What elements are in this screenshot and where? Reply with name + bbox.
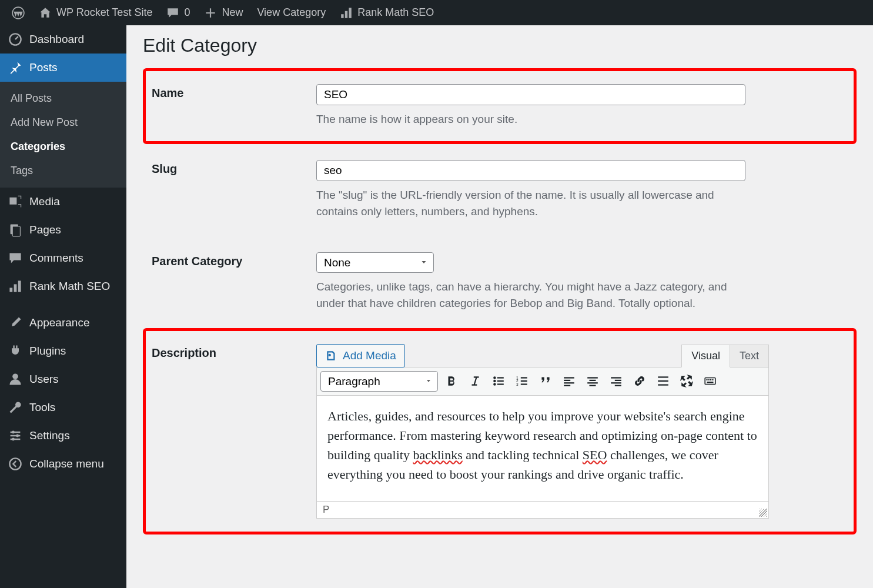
wp-logo[interactable]: [5, 0, 32, 25]
svg-point-14: [9, 458, 21, 469]
rank-math-link[interactable]: Rank Math SEO: [333, 0, 441, 25]
comments-link[interactable]: 0: [159, 0, 197, 25]
tab-visual[interactable]: Visual: [681, 345, 730, 368]
submenu-add-new[interactable]: Add New Post: [0, 111, 126, 135]
spellcheck-word: backlinks: [413, 447, 462, 462]
svg-rect-46: [710, 379, 711, 380]
parent-description: Categories, unlike tags, can have a hier…: [316, 279, 728, 312]
format-select[interactable]: Paragraph: [320, 371, 438, 392]
sidebar-item-tools[interactable]: Tools: [0, 393, 126, 422]
toolbar-toggle-button[interactable]: [700, 371, 720, 391]
parent-select[interactable]: None: [316, 252, 434, 273]
svg-rect-9: [18, 280, 21, 292]
svg-rect-31: [564, 385, 570, 386]
sidebar-item-comments[interactable]: Comments: [0, 244, 126, 272]
ordered-list-icon: 123: [516, 375, 529, 387]
submenu-all-posts[interactable]: All Posts: [0, 86, 126, 111]
link-button[interactable]: [630, 371, 650, 391]
svg-rect-39: [615, 385, 621, 386]
page-title: Edit Category: [143, 35, 857, 56]
comments-count: 0: [184, 6, 190, 19]
spellcheck-word: SEO: [583, 447, 607, 462]
svg-rect-30: [564, 382, 574, 383]
align-center-icon: [586, 375, 599, 387]
align-right-icon: [610, 375, 623, 387]
dashboard-icon: [8, 32, 22, 46]
description-row: Description Add Media Visual Text Paragr…: [143, 328, 857, 534]
bold-icon: [445, 375, 458, 387]
submenu-categories[interactable]: Categories: [0, 135, 126, 159]
svg-point-17: [493, 380, 496, 382]
sidebar-item-settings[interactable]: Settings: [0, 422, 126, 450]
new-label: New: [222, 6, 243, 19]
svg-rect-28: [564, 377, 574, 378]
align-right-button[interactable]: [606, 371, 626, 391]
wysiwyg-editor: Add Media Visual Text Paragraph 12: [316, 344, 769, 519]
bar-chart-icon: [8, 279, 22, 293]
bold-button[interactable]: [441, 371, 461, 391]
fullscreen-button[interactable]: [677, 371, 697, 391]
tab-text[interactable]: Text: [730, 345, 769, 368]
wordpress-icon: [12, 6, 25, 19]
align-left-button[interactable]: [559, 371, 579, 391]
comment-icon: [166, 6, 179, 19]
resize-handle[interactable]: [759, 509, 767, 517]
svg-rect-43: [705, 378, 715, 385]
editor-statusbar: P: [316, 502, 769, 519]
pin-icon: [8, 61, 22, 75]
add-media-button[interactable]: Add Media: [316, 344, 405, 368]
element-path[interactable]: P: [323, 504, 329, 515]
media-icon: [325, 349, 338, 362]
slug-input[interactable]: [316, 160, 745, 181]
svg-rect-6: [12, 226, 20, 236]
svg-rect-26: [521, 380, 527, 382]
ordered-list-button[interactable]: 123: [512, 371, 532, 391]
name-label: Name: [152, 84, 316, 128]
align-center-button[interactable]: [583, 371, 603, 391]
svg-rect-25: [521, 377, 527, 378]
brush-icon: [8, 316, 22, 330]
sidebar-item-users[interactable]: Users: [0, 365, 126, 393]
site-title: WP Rocket Test Site: [56, 6, 152, 19]
sidebar-item-media[interactable]: Media: [0, 188, 126, 216]
slug-label: Slug: [152, 160, 316, 220]
bar-chart-icon: [340, 6, 353, 19]
sidebar-item-plugins[interactable]: Plugins: [0, 337, 126, 365]
italic-button[interactable]: [465, 371, 485, 391]
sliders-icon: [8, 429, 22, 443]
sidebar-item-pages[interactable]: Pages: [0, 216, 126, 244]
slug-description: The "slug" is the URL-friendly version o…: [316, 187, 728, 220]
site-name[interactable]: WP Rocket Test Site: [32, 0, 159, 25]
svg-point-15: [329, 353, 331, 356]
sidebar-item-dashboard[interactable]: Dashboard: [0, 25, 126, 54]
svg-rect-32: [587, 377, 598, 378]
slug-row: Slug The "slug" is the URL-friendly vers…: [143, 144, 857, 236]
collapse-menu[interactable]: Collapse menu: [0, 450, 126, 478]
svg-point-16: [493, 376, 496, 379]
media-icon: [8, 195, 22, 209]
view-category-link[interactable]: View Category: [250, 0, 333, 25]
svg-rect-8: [14, 284, 17, 292]
svg-rect-35: [590, 385, 596, 386]
editor-content[interactable]: Articles, guides, and resources to help …: [316, 396, 769, 502]
svg-rect-48: [707, 382, 714, 383]
new-content[interactable]: New: [197, 0, 250, 25]
name-description: The name is how it appears on your site.: [316, 111, 728, 128]
name-input[interactable]: [316, 84, 745, 105]
svg-rect-45: [708, 379, 710, 380]
insert-more-button[interactable]: [653, 371, 673, 391]
svg-rect-29: [564, 380, 570, 381]
comment-icon: [8, 251, 22, 265]
submenu-tags[interactable]: Tags: [0, 159, 126, 183]
bullet-list-button[interactable]: [489, 371, 509, 391]
editor-toolbar: Paragraph 123: [316, 367, 769, 396]
sidebar-item-appearance[interactable]: Appearance: [0, 309, 126, 337]
quote-button[interactable]: [536, 371, 556, 391]
sidebar-item-rank-math[interactable]: Rank Math SEO: [0, 272, 126, 300]
user-icon: [8, 372, 22, 386]
name-row: Name The name is how it appears on your …: [143, 68, 857, 144]
keyboard-icon: [704, 375, 717, 387]
svg-rect-21: [497, 383, 504, 385]
sidebar-item-posts[interactable]: Posts: [0, 54, 126, 82]
svg-rect-40: [658, 376, 668, 377]
